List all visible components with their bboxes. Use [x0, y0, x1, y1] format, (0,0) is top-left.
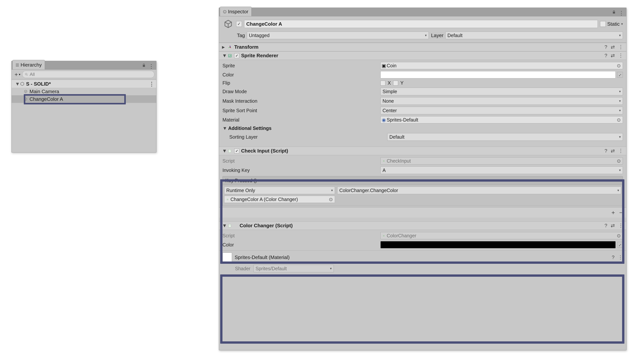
hierarchy-tree: ▼ S - SOLID* ⋮ Main Camera ChangeColor A	[12, 79, 156, 104]
preset-icon[interactable]: ⇄	[611, 53, 615, 58]
event-target-object-field[interactable]: ▫ChangeColor A (Color Changer) ⊙	[224, 196, 335, 203]
sorting-layer-dropdown[interactable]: Default▾	[387, 133, 623, 141]
sprite-sort-point-label: Sprite Sort Point	[223, 108, 380, 113]
layer-dropdown[interactable]: Default ▾	[445, 32, 623, 39]
material-title: Sprites-Default (Material)	[235, 254, 290, 260]
help-icon[interactable]: ?	[612, 254, 614, 260]
chevron-down-icon: ▾	[619, 135, 621, 139]
gameobject-header: ✓ ChangeColor A Static ▾ Tag Untagged ▾ …	[219, 16, 626, 43]
script-label: Script	[223, 233, 380, 238]
object-picker-icon[interactable]: ⊙	[617, 63, 621, 68]
preset-icon[interactable]: ⇄	[611, 148, 615, 154]
lock-icon[interactable]	[142, 63, 146, 70]
help-icon[interactable]: ?	[604, 223, 607, 228]
static-checkbox[interactable]	[600, 21, 606, 27]
script-dot-icon: ▫	[382, 160, 385, 162]
kebab-menu-icon[interactable]: ⋮	[618, 148, 623, 154]
chevron-down-icon: ▾	[425, 33, 427, 38]
kebab-menu-icon[interactable]: ⋮	[618, 254, 623, 260]
hierarchy-tab-bar: Hierarchy ⋮	[12, 61, 156, 70]
hierarchy-toolbar: ＋▾ All	[12, 70, 156, 79]
color-changer-script-value: ColorChanger	[387, 233, 416, 238]
tab-inspector[interactable]: Inspector	[220, 7, 252, 16]
flip-y-checkbox[interactable]	[393, 81, 398, 86]
kebab-menu-icon[interactable]: ⋮	[619, 10, 624, 16]
material-value: Sprites-Default	[387, 117, 418, 122]
help-icon[interactable]: ?	[604, 44, 607, 50]
event-plus-minus-bar: ＋ －	[219, 207, 626, 218]
flip-label: Flip	[223, 80, 380, 86]
lock-icon[interactable]	[612, 10, 616, 16]
material-object-field[interactable]: ◉Sprites-Default ⊙	[380, 116, 623, 124]
sprite-renderer-icon	[228, 54, 232, 58]
material-section-header[interactable]: Sprites-Default (Material) ? ⋮	[219, 250, 626, 264]
material-swatch-icon	[223, 252, 232, 262]
sprite-sort-point-dropdown[interactable]: Center▾	[380, 107, 623, 114]
component-check-input-header[interactable]: ▼ ✓ Check Input (Script) ? ⇄ ⋮	[219, 147, 626, 155]
component-transform-header[interactable]: ▸ Transform ? ⇄ ⋮	[219, 43, 626, 51]
gameobject-name-input[interactable]: ChangeColor A	[244, 20, 598, 28]
help-icon[interactable]: ?	[604, 53, 607, 58]
event-title: Key Pressed ()	[223, 176, 623, 185]
draw-mode-dropdown[interactable]: Simple▾	[380, 88, 623, 95]
material-dot-icon: ◉	[382, 118, 385, 121]
color-changer-color-field[interactable]	[380, 241, 616, 248]
invoking-key-dropdown[interactable]: A▾	[380, 166, 623, 174]
inspector-tab-label: Inspector	[228, 9, 248, 15]
help-icon[interactable]: ?	[604, 148, 607, 154]
shader-dropdown[interactable]: Sprites/Default ▾	[254, 265, 334, 272]
event-function-dropdown[interactable]: ColorChanger.ChangeColor▾	[337, 186, 621, 194]
sprite-color-field[interactable]	[380, 71, 616, 78]
kebab-menu-icon[interactable]: ⋮	[618, 44, 623, 50]
eyedropper-icon[interactable]	[617, 242, 623, 248]
component-color-changer-header[interactable]: ▼ Color Changer (Script) ? ⇄ ⋮	[219, 221, 626, 230]
sprite-renderer-enabled-checkbox[interactable]: ✓	[234, 53, 239, 58]
kebab-menu-icon[interactable]: ⋮	[149, 81, 154, 87]
check-input-enabled-checkbox[interactable]: ✓	[234, 148, 239, 154]
hierarchy-item-main-camera[interactable]: Main Camera	[12, 88, 156, 95]
additional-settings-header[interactable]: ▼ Additional Settings	[223, 124, 623, 132]
sprite-renderer-body: Sprite ▣Coin ⊙ Color Flip X	[219, 60, 626, 143]
tab-hierarchy[interactable]: Hierarchy	[12, 60, 45, 70]
flip-x-checkbox[interactable]	[380, 81, 385, 86]
kebab-menu-icon[interactable]: ⋮	[618, 53, 623, 58]
tag-dropdown[interactable]: Untagged ▾	[247, 32, 429, 39]
add-button[interactable]: ＋▾	[14, 71, 20, 78]
eyedropper-icon[interactable]	[617, 72, 623, 78]
unity-event-keypressed: Key Pressed () Runtime Only▾ ColorChange…	[223, 176, 623, 206]
hierarchy-item-changecolor-a[interactable]: ChangeColor A	[12, 95, 156, 103]
object-picker-icon: ⊙	[617, 233, 621, 238]
chevron-down-icon[interactable]: ▾	[621, 22, 623, 26]
info-icon	[223, 10, 227, 14]
kebab-menu-icon[interactable]: ⋮	[618, 223, 623, 228]
component-sprite-renderer-header[interactable]: ▼ ✓ Sprite Renderer ? ⇄ ⋮	[219, 51, 626, 60]
event-calltype-dropdown[interactable]: Runtime Only▾	[224, 186, 335, 194]
mask-interaction-dropdown[interactable]: None▾	[380, 97, 623, 105]
gameobject-cube-icon[interactable]	[223, 18, 234, 30]
hierarchy-search-input[interactable]: All	[22, 71, 154, 78]
caret-down-icon[interactable]: ▼	[15, 81, 19, 87]
transform-icon	[228, 45, 232, 49]
sprite-sort-point-value: Center	[382, 108, 397, 113]
cube-outline-icon	[24, 97, 28, 101]
check-input-script-field: ▫CheckInput ⊙	[380, 157, 623, 164]
hierarchy-tab-label: Hierarchy	[21, 62, 42, 68]
sorting-layer-value: Default	[389, 134, 404, 140]
object-picker-icon[interactable]: ⊙	[329, 197, 333, 202]
scene-row[interactable]: ▼ S - SOLID* ⋮	[12, 80, 156, 88]
event-add-button[interactable]: ＋	[610, 208, 616, 216]
event-remove-button[interactable]: －	[618, 208, 624, 216]
sprite-label: Sprite	[223, 63, 380, 68]
preset-icon[interactable]: ⇄	[611, 223, 615, 228]
flip-x-label: X	[388, 80, 391, 86]
preset-icon[interactable]: ⇄	[611, 44, 615, 50]
chevron-down-icon: ▾	[619, 33, 621, 38]
invoking-key-value: A	[382, 168, 386, 173]
object-picker-icon[interactable]: ⊙	[617, 117, 621, 123]
color-changer-color-label: Color	[223, 242, 380, 248]
static-label: Static	[607, 21, 620, 27]
caret-down-icon: ▼	[222, 148, 226, 154]
gameobject-active-checkbox[interactable]: ✓	[236, 21, 242, 27]
sprite-object-field[interactable]: ▣Coin ⊙	[380, 62, 623, 69]
kebab-menu-icon[interactable]: ⋮	[149, 63, 154, 70]
